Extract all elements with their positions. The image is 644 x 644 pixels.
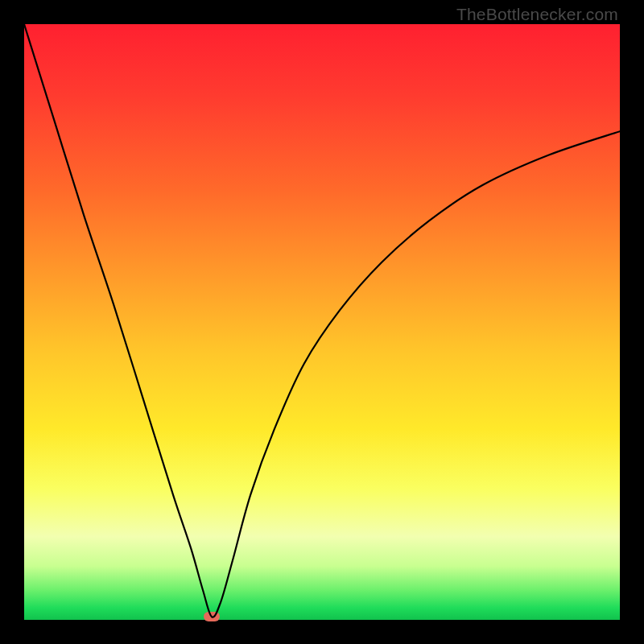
watermark-text: TheBottlenecker.com <box>456 5 618 24</box>
bottleneck-curve <box>24 24 620 617</box>
curve-svg <box>24 24 620 620</box>
chart-frame: TheBottlenecker.com <box>0 0 644 644</box>
plot-area <box>24 24 620 620</box>
